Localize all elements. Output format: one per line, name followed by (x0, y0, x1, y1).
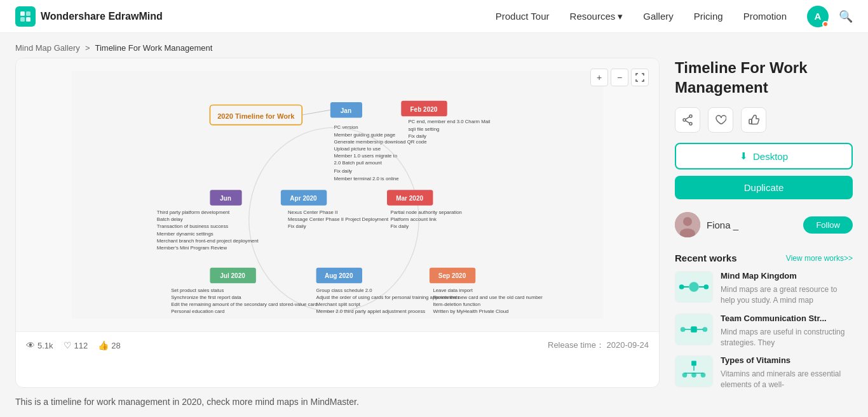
share-button[interactable] (675, 107, 700, 133)
svg-point-80 (703, 327, 708, 332)
svg-point-85 (682, 373, 688, 378)
chevron-down-icon: ▾ (618, 11, 623, 22)
right-panel: Timeline For Work Management (675, 58, 853, 409)
svg-text:Third party platform developme: Third party platform development (157, 209, 230, 215)
view-count: 👁 5.1k (26, 340, 53, 350)
svg-point-62 (683, 119, 686, 121)
svg-text:2.0 Batch pull amount: 2.0 Batch pull amount (334, 160, 382, 166)
work-desc: Mind maps are a great resource to help y… (721, 284, 853, 306)
svg-rect-81 (675, 356, 712, 387)
svg-text:Transaction of business succes: Transaction of business success (157, 223, 228, 229)
svg-text:Member terminal 2.0 is online: Member terminal 2.0 is online (334, 176, 398, 182)
svg-text:Merchant branch front-end proj: Merchant branch front-end project deploy… (157, 238, 259, 244)
svg-text:Generate membership download Q: Generate membership download QR code (334, 139, 426, 145)
logo-area[interactable]: Wondershare EdrawMind (15, 6, 163, 27)
author-section: Fiona _ Follow (675, 212, 853, 237)
map-title: Timeline For Work Management (675, 58, 853, 97)
favorite-button[interactable] (708, 107, 733, 133)
fullscreen-button[interactable] (631, 69, 649, 86)
svg-point-79 (681, 327, 686, 332)
svg-text:Nexus Center Phase II: Nexus Center Phase II (288, 209, 337, 215)
svg-text:Jul 2020: Jul 2020 (220, 272, 245, 279)
diagram-canvas: 2020 Timeline for Work Jan Feb 2020 PC v… (16, 58, 659, 331)
work-item[interactable]: Types of Vitamins Vitamins and minerals … (675, 355, 853, 390)
author-avatar[interactable] (675, 212, 700, 237)
svg-point-86 (691, 373, 696, 378)
svg-text:Partial node authority separat: Partial node authority separation (391, 209, 462, 215)
nav-pricing[interactable]: Pricing (694, 11, 723, 22)
diagram-toolbar: + − (590, 69, 649, 86)
svg-text:sqli file setting: sqli file setting (408, 126, 439, 132)
svg-point-87 (701, 373, 706, 378)
svg-text:2020 Timeline for Work: 2020 Timeline for Work (217, 112, 295, 120)
thumbs-count[interactable]: 👍 28 (98, 340, 120, 350)
svg-rect-82 (691, 361, 696, 366)
eye-icon: 👁 (26, 340, 35, 350)
svg-point-73 (679, 285, 684, 290)
nav-gallery[interactable]: Gallery (643, 11, 674, 22)
stats-bar: 👁 5.1k ♡ 112 👍 28 Release time： 2020-09-… (16, 331, 659, 359)
svg-point-70 (689, 282, 698, 292)
svg-text:Aug 2020: Aug 2020 (325, 272, 353, 279)
svg-text:Feb 2020: Feb 2020 (410, 106, 438, 113)
main-layout: + − 2020 Timeline for Work (0, 58, 868, 417)
nav-resources[interactable]: Resources ▾ (570, 11, 623, 22)
main-nav: Product Tour Resources ▾ Gallery Pricing… (496, 11, 787, 22)
thumbsup-button[interactable] (741, 107, 766, 133)
zoom-in-button[interactable]: + (590, 69, 608, 86)
svg-text:PC end, member end 3.0 Charm M: PC end, member end 3.0 Charm Mail (408, 119, 490, 124)
svg-rect-2 (20, 17, 25, 22)
author-name: Fiona _ (707, 220, 797, 230)
work-desc: Vitamins and minerals are essential elem… (721, 369, 853, 390)
svg-text:Apr 2020: Apr 2020 (290, 195, 317, 202)
description: This is a timeline for work management i… (15, 388, 660, 409)
heart-icon: ♡ (64, 340, 72, 350)
svg-text:Upload picture to use: Upload picture to use (334, 146, 381, 152)
desktop-button[interactable]: ⬇ Desktop (675, 143, 853, 169)
thumbs-up-icon: 👍 (98, 340, 109, 350)
svg-line-63 (686, 117, 689, 119)
diagram-section: + − 2020 Timeline for Work (15, 58, 660, 409)
svg-text:Written by MyHealth Private Cl: Written by MyHealth Private Cloud (433, 308, 508, 314)
svg-text:Edit the remaining amount of t: Edit the remaining amount of the seconda… (171, 301, 318, 307)
breadcrumb-parent[interactable]: Mind Map Gallery (15, 43, 80, 53)
like-count[interactable]: ♡ 112 (64, 340, 88, 350)
logo-text: Wondershare EdrawMind (41, 11, 163, 22)
svg-text:Fix daily: Fix daily (334, 168, 352, 174)
work-name: Team Communication Str... (721, 314, 853, 324)
svg-text:Jan: Jan (341, 107, 351, 114)
work-thumbnail (675, 355, 713, 387)
svg-text:Personal education card: Personal education card (171, 308, 224, 314)
work-item[interactable]: Mind Map Kingdom Mind maps are a great r… (675, 271, 853, 305)
svg-text:Member guiding guide page: Member guiding guide page (334, 132, 395, 138)
header: Wondershare EdrawMind Product Tour Resou… (0, 0, 868, 33)
diagram-panel: + − 2020 Timeline for Work (15, 58, 660, 388)
svg-text:Batch delay: Batch delay (157, 216, 183, 222)
follow-button[interactable]: Follow (803, 216, 853, 234)
duplicate-button[interactable]: Duplicate (675, 176, 853, 199)
header-icons: A 🔍 (807, 6, 853, 27)
work-name: Mind Map Kingdom (721, 271, 853, 282)
svg-text:Platform account link: Platform account link (391, 216, 437, 222)
recent-works-header: Recent works View more works>> (675, 253, 853, 263)
search-icon[interactable]: 🔍 (839, 10, 853, 23)
breadcrumb-current: Timeline For Work Management (95, 43, 212, 53)
stats-left: 👁 5.1k ♡ 112 👍 28 (26, 340, 121, 350)
svg-text:Set product sales status: Set product sales status (171, 288, 224, 293)
nav-product-tour[interactable]: Product Tour (496, 11, 550, 22)
svg-rect-65 (749, 119, 752, 124)
svg-text:Message Center Phase II Projec: Message Center Phase II Project Deployme… (288, 216, 389, 222)
svg-rect-0 (20, 11, 25, 16)
svg-text:Mar 2020: Mar 2020 (396, 195, 423, 202)
svg-text:Member dynamic settings: Member dynamic settings (157, 231, 214, 237)
svg-text:Member 2.0 third party applet : Member 2.0 third party applet adjustment… (316, 308, 426, 314)
avatar[interactable]: A (807, 6, 829, 27)
svg-rect-76 (691, 326, 697, 333)
view-more-link[interactable]: View more works>> (786, 254, 853, 263)
svg-text:Group class schedule 2.0: Group class schedule 2.0 (316, 288, 373, 293)
breadcrumb-separator: > (85, 43, 90, 53)
svg-text:Fix daily: Fix daily (391, 223, 409, 229)
nav-promotion[interactable]: Promotion (743, 11, 787, 22)
zoom-out-button[interactable]: − (611, 69, 628, 86)
work-item[interactable]: Team Communication Str... Mind maps are … (675, 314, 853, 348)
